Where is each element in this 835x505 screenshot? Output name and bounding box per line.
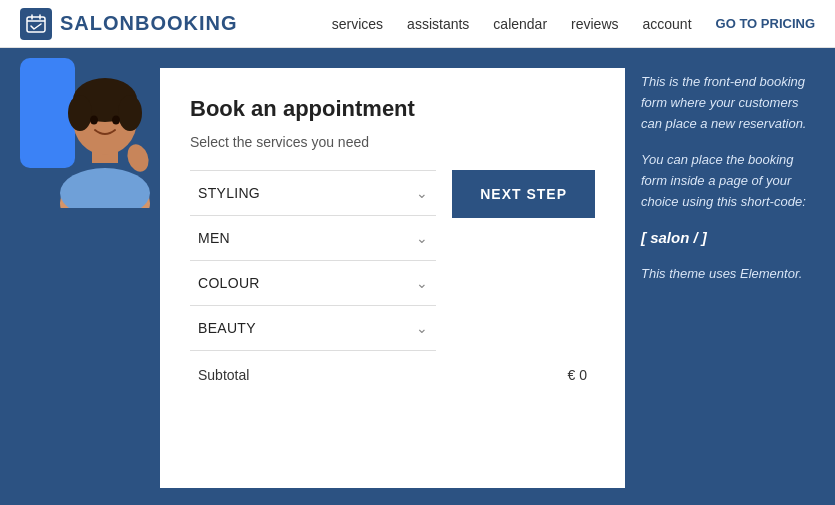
subtotal-label: Subtotal: [198, 367, 249, 383]
header: SALONBOOKING services assistants calenda…: [0, 0, 835, 48]
sidebar-elementor-text: This theme uses Elementor.: [641, 266, 819, 281]
nav-calendar[interactable]: calendar: [493, 16, 547, 32]
svg-point-12: [112, 116, 120, 125]
nav-go-to-pricing[interactable]: GO TO PRICING: [716, 16, 815, 31]
service-label-men: MEN: [198, 230, 230, 246]
service-label-colour: COLOUR: [198, 275, 260, 291]
service-item-men[interactable]: MEN ⌄: [190, 216, 436, 261]
svg-point-10: [60, 168, 150, 208]
nav-services[interactable]: services: [332, 16, 383, 32]
service-item-beauty[interactable]: BEAUTY ⌄: [190, 306, 436, 351]
booking-title: Book an appointment: [190, 96, 595, 122]
services-list: STYLING ⌄ MEN ⌄ COLOUR ⌄ BEAUTY ⌄: [190, 170, 436, 351]
banner-person-svg: [50, 48, 160, 208]
booking-subtitle: Select the services you need: [190, 134, 595, 150]
next-step-button[interactable]: NEXT STEP: [452, 170, 595, 218]
content-area: Book an appointment Select the services …: [160, 48, 625, 505]
svg-point-13: [124, 141, 152, 174]
service-label-styling: STYLING: [198, 185, 260, 201]
services-row: STYLING ⌄ MEN ⌄ COLOUR ⌄ BEAUTY ⌄: [190, 170, 595, 351]
sidebar-info-text-2: You can place the booking form inside a …: [641, 150, 819, 212]
left-banner: [0, 48, 160, 505]
main-layout: Book an appointment Select the services …: [0, 48, 835, 505]
sidebar-info-text-1: This is the front-end booking form where…: [641, 72, 819, 134]
main-nav: services assistants calendar reviews acc…: [332, 16, 815, 32]
service-item-styling[interactable]: STYLING ⌄: [190, 170, 436, 216]
service-label-beauty: BEAUTY: [198, 320, 256, 336]
svg-rect-0: [27, 17, 45, 32]
subtotal-row: Subtotal € 0: [190, 351, 595, 383]
sidebar-shortcode: [ salon / ]: [641, 229, 819, 246]
svg-point-8: [68, 95, 92, 131]
logo-area: SALONBOOKING: [20, 8, 238, 40]
subtotal-value: € 0: [568, 367, 587, 383]
chevron-down-icon-beauty: ⌄: [416, 320, 428, 336]
logo-icon: [20, 8, 52, 40]
svg-point-11: [90, 116, 98, 125]
nav-assistants[interactable]: assistants: [407, 16, 469, 32]
right-sidebar: This is the front-end booking form where…: [625, 48, 835, 505]
service-item-colour[interactable]: COLOUR ⌄: [190, 261, 436, 306]
nav-reviews[interactable]: reviews: [571, 16, 618, 32]
logo-text: SALONBOOKING: [60, 12, 238, 35]
chevron-down-icon-men: ⌄: [416, 230, 428, 246]
chevron-down-icon-colour: ⌄: [416, 275, 428, 291]
nav-account[interactable]: account: [643, 16, 692, 32]
svg-point-9: [118, 95, 142, 131]
booking-card: Book an appointment Select the services …: [160, 68, 625, 488]
chevron-down-icon-styling: ⌄: [416, 185, 428, 201]
